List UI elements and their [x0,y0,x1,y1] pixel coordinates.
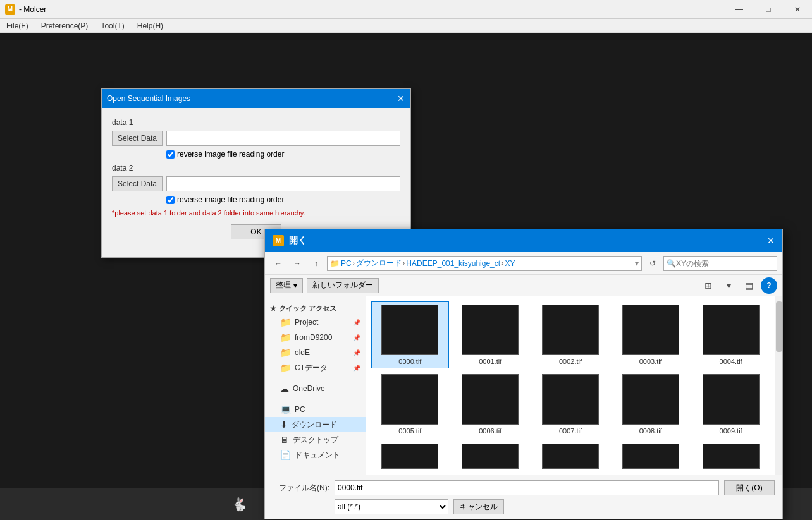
list-item[interactable]: 0005.tif [371,371,449,438]
breadcrumb-pc[interactable]: PC [341,259,352,268]
menu-preference[interactable]: Preference(P) [35,20,95,32]
app-title: - Molcer [19,5,46,14]
sidebar-desktop-label: デスクトップ [293,435,338,445]
help-button[interactable]: ? [761,277,777,294]
list-item[interactable] [452,440,529,475]
modal-close-button[interactable]: ✕ [394,92,408,106]
sidebar-item-documents[interactable]: 📄 ドキュメント [265,447,366,463]
list-item[interactable]: 0003.tif [612,301,689,368]
file-name: 0005.tif [398,427,421,435]
sidebar-item-ctdata[interactable]: 📁 CTデータ 📌 [265,360,366,375]
rabbit-icon[interactable]: 🐇 [228,493,250,516]
organize-dropdown-icon: ▾ [293,281,297,290]
file-grid-scrollthumb[interactable] [776,301,782,352]
close-button[interactable]: ✕ [783,0,812,19]
file-dialog-close-button[interactable]: ✕ [762,232,780,250]
file-name: 0008.tif [639,427,662,435]
file-thumb [381,305,438,355]
main-area: Open Sequential Images ✕ data 1 Select D… [0,33,812,488]
file-thumb [622,305,679,355]
menu-help[interactable]: Help(H) [131,20,169,32]
title-bar: M - Molcer — □ ✕ [0,0,812,19]
list-item[interactable]: 0000.tif [371,301,449,368]
select-data2-button[interactable]: Select Data [112,176,163,191]
organize-label: 整理 [276,280,291,291]
breadcrumb-hadeep[interactable]: HADEEP_001_kisyuhige_ct [406,259,500,268]
data2-input[interactable] [166,176,400,191]
sidebar-item-project[interactable]: 📁 Project 📌 [265,315,366,330]
file-thumb [462,374,519,425]
file-dialog-icon: M [273,235,284,246]
data1-reverse-label: reverse image file reading order [177,150,284,159]
menu-tool[interactable]: Tool(T) [94,20,130,32]
search-box: 🔍 [663,256,777,271]
sidebar-project-label: Project [295,318,318,327]
data1-input[interactable] [166,131,400,146]
sidebar-item-pc[interactable]: 💻 PC [265,402,366,417]
sidebar-item-onedrive[interactable]: ☁ OneDrive [265,381,366,396]
breadcrumb-dropdown-icon[interactable]: ▾ [635,259,639,268]
breadcrumb-downloads[interactable]: ダウンロード [356,258,402,269]
list-item[interactable]: 0004.tif [692,301,770,368]
list-item[interactable] [371,440,449,475]
up-button[interactable]: ↑ [308,255,324,272]
cancel-button[interactable]: キャンセル [453,499,504,514]
file-thumb [542,305,599,355]
list-item[interactable]: 0009.tif [692,371,770,438]
organize-button[interactable]: 整理 ▾ [270,278,303,293]
search-input[interactable] [676,259,774,268]
breadcrumb-xy[interactable]: XY [505,259,515,268]
list-item[interactable]: 0007.tif [532,371,610,438]
minimize-button[interactable]: — [725,0,754,19]
data2-reverse-checkbox[interactable] [166,196,175,204]
sidebar-item-downloads[interactable]: ⬇ ダウンロード [265,417,366,432]
view-dropdown-icon[interactable]: ▾ [720,277,737,294]
file-thumb [381,444,438,469]
list-item[interactable]: 0001.tif [452,301,529,368]
list-item[interactable] [692,440,770,475]
olde-pin-icon: 📌 [353,349,360,356]
open-button[interactable]: 開く(O) [724,480,775,495]
sidebar-item-olde[interactable]: 📁 oldE 📌 [265,345,366,360]
file-thumb [462,305,519,355]
list-item[interactable] [532,440,610,475]
file-sidebar: ★ クイック アクセス 📁 Project 📌 📁 fromD9200 📌 📁 … [265,296,366,475]
new-folder-button[interactable]: 新しいフォルダー [307,278,379,293]
view-large-icon[interactable]: ⊞ [700,277,717,294]
data2-label: data 2 [112,164,400,172]
filetype-select[interactable]: all (*.*) [335,499,448,514]
breadcrumb[interactable]: 📁 PC › ダウンロード › HADEEP_001_kisyuhige_ct … [327,256,642,271]
list-item[interactable]: 0008.tif [612,371,689,438]
data1-label: data 1 [112,118,400,127]
list-item[interactable]: 0006.tif [452,371,529,438]
sidebar-item-fromd9200[interactable]: 📁 fromD9200 📌 [265,330,366,345]
file-dialog-title: 開く [289,235,307,246]
olde-folder-icon: 📁 [280,348,291,358]
list-item[interactable] [612,440,689,475]
menu-file[interactable]: File(F) [0,20,35,32]
filename-label: ファイル名(N): [273,483,329,493]
file-name: 0006.tif [479,427,501,435]
data1-reverse-checkbox[interactable] [166,150,175,159]
forward-button[interactable]: → [289,255,305,272]
sidebar-item-desktop[interactable]: 🖥 デスクトップ [265,432,366,447]
fromd9200-folder-icon: 📁 [280,332,291,342]
file-name: 0007.tif [559,427,582,435]
quick-access-label: クイック アクセス [279,304,336,313]
sidebar-divider-2 [265,399,366,399]
filename-input[interactable] [335,480,719,495]
file-name: 0002.tif [559,358,582,365]
file-thumb [703,305,760,355]
file-toolbar: 整理 ▾ 新しいフォルダー ⊞ ▾ ▤ ? [265,275,782,296]
back-button[interactable]: ← [270,255,286,272]
window-controls: — □ ✕ [725,0,812,19]
file-thumb [462,444,519,469]
view-details-icon[interactable]: ▤ [741,277,757,294]
desktop-icon: 🖥 [280,435,289,445]
file-grid-container: 0000.tif 0001.tif 0002.tif 0003.tif [366,296,782,475]
list-item[interactable]: 0002.tif [532,301,610,368]
select-data1-button[interactable]: Select Data [112,131,163,146]
sidebar-documents-label: ドキュメント [295,450,340,461]
refresh-button[interactable]: ↺ [644,255,661,272]
maximize-button[interactable]: □ [754,0,783,19]
